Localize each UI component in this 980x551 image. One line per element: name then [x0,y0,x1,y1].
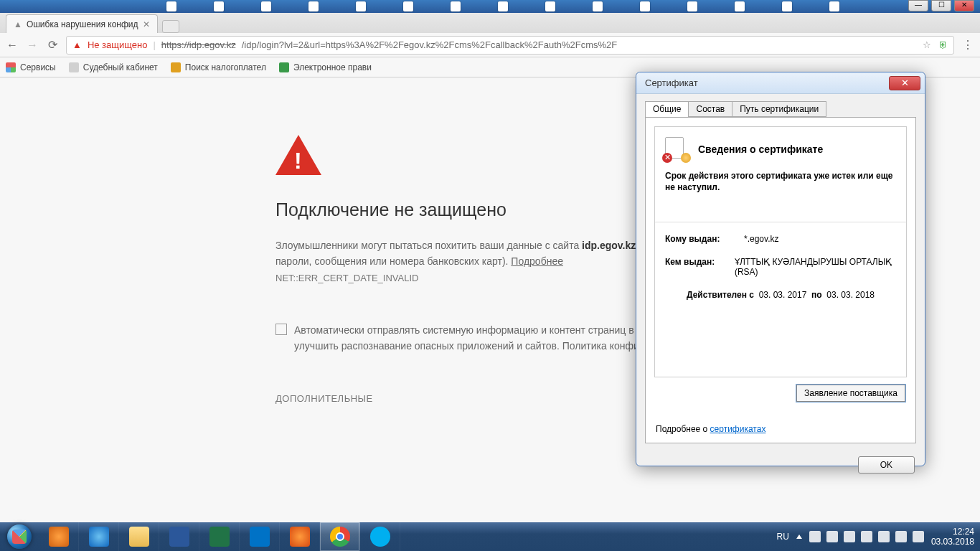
bookmark-icon [171,62,181,72]
tab-strip: ▲ Ошибка нарушения конфид ✕ [0,13,980,33]
system-info-link[interactable]: системную информацию и контент страниц [423,324,626,336]
tray-icon[interactable] [895,531,907,542]
toolbar: ← → ⟳ ▲ Не защищено | https://idp.egov.k… [0,33,980,57]
tab-certification-path[interactable]: Путь сертификации [732,101,826,117]
issued-by-value: ҰЛТТЫҚ КУӘЛАНДЫРУШЫ ОРТАЛЫҚ (RSA) [735,257,896,277]
cert-status-message: Срок действия этого сертификата уже исте… [665,170,896,193]
tab-warn-icon: ▲ [14,19,22,29]
window-maximize-button[interactable]: ☐ [931,0,951,11]
url-host: https://idp.egov.kz [161,39,236,50]
report-checkbox[interactable] [275,324,287,335]
validity-row: Действителен с 03. 03. 2017 по 03. 03. 2… [665,290,896,300]
desktop-icon[interactable] [687,1,697,11]
desktop-background: — ☐ ✕ [0,0,980,13]
bookmark-icon [279,62,289,72]
certificates-link[interactable]: сертификатах [710,424,766,434]
tray-icon[interactable] [913,531,924,542]
new-tab-button[interactable] [162,20,179,33]
cert-info-heading: Сведения о сертификате [698,143,823,155]
address-bar[interactable]: ▲ Не защищено | https://idp.egov.kz/idp/… [66,36,954,55]
tray-icon[interactable] [826,531,838,542]
issued-to-label: Кому выдан: [665,234,744,244]
desktop-icon[interactable] [735,1,745,11]
desktop-icon[interactable] [782,1,792,11]
desktop-icon[interactable] [261,1,271,11]
certificate-dialog: Сертификат ✕ Общие Состав Путь сертифика… [636,72,925,466]
insecure-icon: ▲ [72,39,82,50]
bookmark-icon [69,62,79,72]
windows-logo-icon [7,524,32,549]
taskbar-item-skype[interactable] [360,522,400,551]
taskbar: RU 12:24 03.03.2018 [0,522,980,551]
taskbar-item-excel[interactable] [199,522,240,551]
star-icon[interactable]: ☆ [923,39,931,50]
desktop-icon[interactable] [451,1,461,11]
desktop-icon[interactable] [308,1,319,11]
tray-overflow-icon[interactable] [796,534,802,539]
shield-icon[interactable]: ⛨ [938,39,948,50]
dialog-titlebar[interactable]: Сертификат ✕ [636,72,925,94]
issued-to-value: *.egov.kz [744,234,778,244]
system-tray: RU 12:24 03.03.2018 [777,522,980,551]
advanced-button[interactable]: ДОПОЛНИТЕЛЬНЫЕ [275,393,373,418]
taskbar-item-word[interactable] [159,522,199,551]
bookmark-label: Электронное прави [293,62,372,72]
clock-time: 12:24 [931,527,974,537]
window-minimize-button[interactable]: — [908,0,928,11]
desktop-icon[interactable] [545,1,555,11]
bookmark-label: Поиск налогоплател [185,62,266,72]
apps-icon [6,62,16,72]
desktop-icon[interactable] [640,1,650,11]
url-path: /idp/login?lvl=2&url=https%3A%2F%2Fegov.… [242,39,618,50]
forward-button[interactable]: → [26,39,39,52]
menu-icon[interactable]: ⋮ [961,39,974,52]
clock-date: 03.03.2018 [931,537,974,547]
certificate-icon: ✕ [665,137,689,161]
desktop-icon[interactable] [166,1,176,11]
desktop-icon[interactable] [356,1,366,11]
issuer-statement-button[interactable]: Заявление поставщика [796,385,905,402]
bookmark-item[interactable]: Поиск налогоплател [171,62,266,72]
issued-by-label: Кем выдан: [665,257,735,277]
language-indicator[interactable]: RU [777,532,789,542]
insecure-label: Не защищено [88,39,148,50]
learn-more-link[interactable]: Подробнее [511,255,563,267]
desktop-icon[interactable] [829,1,839,11]
divider [655,222,906,222]
bookmark-label: Судебный кабинет [83,62,158,72]
desktop-icon[interactable] [498,1,508,11]
taskbar-item-firefox[interactable] [280,522,320,551]
dialog-close-button[interactable]: ✕ [889,76,920,90]
taskbar-item-mediaplayer[interactable] [39,522,79,551]
bookmark-label: Сервисы [20,62,56,72]
tray-icon[interactable] [809,531,821,542]
warning-triangle-icon [275,135,321,175]
tab-title: Ошибка нарушения конфид [27,19,138,29]
taskbar-item-ie[interactable] [79,522,119,551]
window-close-button[interactable]: ✕ [954,0,974,11]
tab-details[interactable]: Состав [688,101,732,117]
tray-volume-icon[interactable] [878,531,890,542]
browser-tab[interactable]: ▲ Ошибка нарушения конфид ✕ [6,14,158,33]
tab-general[interactable]: Общие [645,101,689,117]
tray-icon[interactable] [844,531,855,542]
apps-button[interactable]: Сервисы [6,62,56,72]
dialog-title: Сертификат [645,77,698,88]
tray-network-icon[interactable] [861,531,872,542]
bookmark-item[interactable]: Электронное прави [279,62,372,72]
tab-close-icon[interactable]: ✕ [143,19,150,29]
taskbar-item-chrome[interactable] [320,522,360,551]
taskbar-clock[interactable]: 12:24 03.03.2018 [931,527,974,547]
start-button[interactable] [0,522,39,551]
reload-button[interactable]: ⟳ [46,39,59,52]
taskbar-item-outlook[interactable] [240,522,280,551]
desktop-icon[interactable] [593,1,603,11]
more-info: Подробнее о сертификатах [656,424,765,434]
taskbar-item-explorer[interactable] [119,522,159,551]
bookmark-item[interactable]: Судебный кабинет [69,62,158,72]
desktop-icon[interactable] [214,1,224,11]
ok-button[interactable]: OK [858,456,915,474]
back-button[interactable]: ← [6,39,19,52]
desktop-icon[interactable] [403,1,413,11]
